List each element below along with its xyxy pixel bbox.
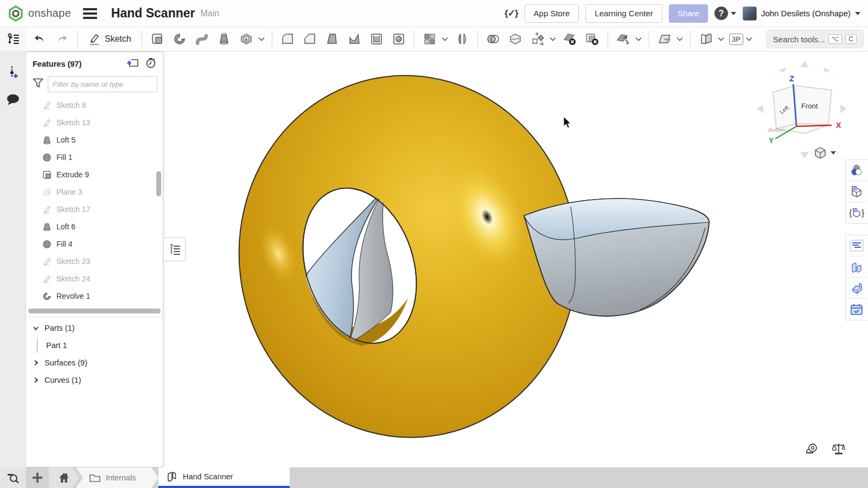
feature-item[interactable]: Sketch 23 <box>26 253 163 270</box>
mirror-icon[interactable] <box>453 30 471 48</box>
view-mode-dropdown[interactable] <box>814 146 836 159</box>
plane-icon[interactable] <box>655 30 674 48</box>
help-menu[interactable]: ? <box>714 7 736 20</box>
feature-item[interactable]: Plane 3 <box>26 183 163 201</box>
add-tab-button[interactable] <box>26 467 49 488</box>
display-cube-braces-button[interactable]: { } <box>846 202 867 223</box>
folder-tab-internals[interactable]: Internals <box>76 467 158 488</box>
share-button[interactable]: Share <box>669 4 708 23</box>
filter-input[interactable] <box>48 76 157 92</box>
chevron-right-icon <box>33 377 39 383</box>
pattern-chevron-icon[interactable] <box>441 30 449 48</box>
torus-body[interactable] <box>219 56 598 457</box>
curves-group-row[interactable]: Curves (1) <box>26 371 163 389</box>
move-face-chevron-icon[interactable] <box>634 30 643 48</box>
feature-type-icon <box>42 118 52 127</box>
outline-lines-button[interactable] <box>846 235 867 256</box>
feature-type-icon <box>42 153 52 162</box>
mass-properties-scale-icon[interactable] <box>832 442 846 458</box>
feature-label: Fill 4 <box>56 240 73 248</box>
new-folder-icon[interactable] <box>127 57 139 70</box>
workspace-label[interactable]: Main <box>201 9 220 18</box>
rib-icon[interactable] <box>345 30 363 48</box>
feature-item[interactable]: Sketch 17 <box>26 201 163 218</box>
three-point-chevron-icon[interactable] <box>745 30 754 48</box>
home-tab-button[interactable] <box>49 467 79 488</box>
loft-icon[interactable] <box>215 30 233 48</box>
handle-body[interactable] <box>524 198 709 316</box>
app-store-button[interactable]: App Store <box>525 4 579 23</box>
shell-icon[interactable] <box>367 30 386 48</box>
display-cube-grid-button[interactable] <box>846 181 867 202</box>
learning-center-button[interactable]: Learning Center <box>585 4 662 23</box>
sweep-icon[interactable] <box>193 30 211 48</box>
measure-tape-icon[interactable] <box>805 442 820 458</box>
feature-item[interactable]: Loft 6 <box>26 218 163 235</box>
sketch-button[interactable]: Sketch <box>84 29 136 49</box>
view-cube-faces[interactable] <box>773 86 832 133</box>
delete-face-icon[interactable] <box>561 30 579 48</box>
revolve-icon[interactable] <box>170 30 189 48</box>
history-icon[interactable] <box>145 57 156 70</box>
draft-icon[interactable] <box>323 30 341 48</box>
help-icon: ? <box>714 7 728 20</box>
parts-group-row[interactable]: Parts (1) <box>26 319 163 337</box>
appearance-circles-icon <box>850 164 864 177</box>
z-axis-label: Z <box>789 74 794 83</box>
versions-icon <box>7 66 20 80</box>
feature-item[interactable]: Fill 4 <box>26 235 163 253</box>
extrude-icon[interactable] <box>148 30 167 48</box>
feature-list-rail-button[interactable] <box>0 27 26 51</box>
search-tabs-button[interactable] <box>0 467 26 488</box>
feature-item[interactable]: Fill 1 <box>26 149 163 166</box>
feature-label: Sketch 24 <box>56 274 90 283</box>
sheet-metal-icon[interactable] <box>697 30 715 48</box>
filter-funnel-icon[interactable] <box>33 78 43 90</box>
chamfer-icon[interactable] <box>301 30 319 48</box>
surfaces-group-row[interactable]: Surfaces (9) <box>26 354 163 371</box>
parts-bars-button[interactable] <box>846 256 867 278</box>
active-tab-hand-scanner[interactable]: Hand Scanner <box>158 467 290 488</box>
onshape-logo[interactable]: onshape <box>8 5 71 22</box>
feature-item[interactable]: Extrude 9 <box>26 166 163 183</box>
pattern-icon[interactable] <box>420 30 439 48</box>
part-item-row[interactable]: Part 1 <box>26 337 163 354</box>
vertical-scrollbar-thumb[interactable] <box>156 171 161 196</box>
transform-icon[interactable] <box>528 30 547 48</box>
split-icon[interactable] <box>506 30 525 48</box>
undo-icon[interactable] <box>30 30 49 48</box>
feature-item[interactable]: Sketch 24 <box>26 270 163 287</box>
delete-part-icon[interactable] <box>583 30 602 48</box>
feature-item[interactable]: Sketch 8 <box>26 97 163 114</box>
model-viewport[interactable] <box>179 52 754 467</box>
versions-rail-button[interactable] <box>0 61 26 85</box>
bent-part-button[interactable] <box>846 278 867 299</box>
thicken-icon[interactable] <box>237 30 256 48</box>
rotate-arrows[interactable] <box>757 61 847 158</box>
boolean-icon[interactable] <box>484 30 502 48</box>
feature-item[interactable]: Revolve 1 <box>26 287 163 305</box>
main-menu-icon[interactable] <box>83 6 97 21</box>
plane-chevron-icon[interactable] <box>675 30 684 48</box>
search-tools-box[interactable]: Search tools... ⌥ C <box>766 30 864 48</box>
panel-collapse-toggle[interactable] <box>163 237 186 261</box>
user-menu[interactable]: John Desilets (Onshape) <box>743 7 860 21</box>
fillet-icon[interactable] <box>278 30 297 48</box>
three-point-tool[interactable]: 3P <box>729 34 743 45</box>
svg-text:}: } <box>861 208 864 217</box>
feature-label: Sketch 8 <box>56 101 86 110</box>
hole-icon[interactable] <box>390 30 408 48</box>
move-face-icon[interactable] <box>614 30 633 48</box>
feature-item[interactable]: Loft 5 <box>26 131 163 149</box>
transform-chevron-icon[interactable] <box>548 30 557 48</box>
handle-through-hole[interactable] <box>303 189 393 344</box>
redo-icon[interactable] <box>53 30 71 48</box>
feature-item[interactable]: Sketch 13 <box>26 114 163 131</box>
comments-rail-button[interactable] <box>0 88 26 112</box>
boss-tools-chevron-icon[interactable] <box>257 30 266 48</box>
sheet-metal-chevron-icon[interactable] <box>717 30 725 48</box>
calendar-check-button[interactable] <box>846 299 867 320</box>
appearance-circles-button[interactable] <box>846 160 867 181</box>
featurescript-icon[interactable]: {✓} <box>505 8 518 19</box>
horizontal-scrollbar[interactable] <box>28 309 161 313</box>
